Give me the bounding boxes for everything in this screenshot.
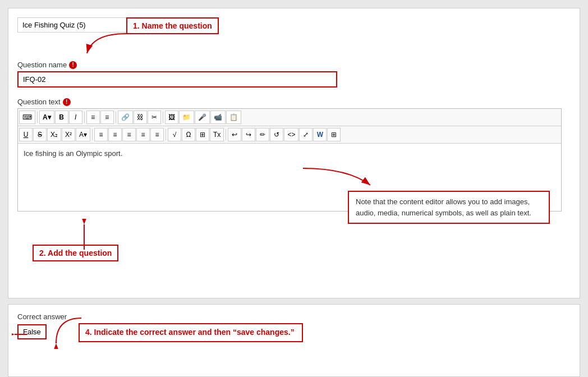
- toolbar-btn-italic[interactable]: I: [69, 111, 82, 124]
- toolbar-btn-align-right[interactable]: ≡: [122, 128, 136, 141]
- toolbar-btn-clipboard[interactable]: 📋: [226, 111, 241, 124]
- step4-annotation: 4. Indicate the correct answer and then …: [79, 323, 303, 342]
- toolbar-btn-underline[interactable]: U: [19, 128, 33, 141]
- toolbar-btn-video[interactable]: 📹: [210, 111, 226, 124]
- toolbar-btn-sqrt[interactable]: √: [168, 128, 181, 141]
- toolbar-btn-unordered-list[interactable]: ≡: [86, 111, 100, 124]
- toolbar-btn-expand[interactable]: ⤢: [299, 128, 313, 141]
- toolbar-btn-table[interactable]: ⊞: [196, 128, 209, 141]
- toolbar-btn-indent[interactable]: ≡: [136, 128, 150, 141]
- step2-annotation: 2. Add the question: [33, 245, 118, 261]
- toolbar-row-2: U S X₂ X² A▾ ≡ ≡ ≡ ≡ ≡ √ Ω ⊞ Tx: [18, 126, 561, 144]
- toolbar-btn-keyboard[interactable]: ⌨: [19, 111, 35, 124]
- toolbar-btn-code[interactable]: <>: [284, 128, 298, 141]
- step1-annotation: 1. Name the question: [126, 17, 219, 34]
- toolbar-btn-subscript[interactable]: X₂: [47, 128, 61, 141]
- toolbar-btn-draw[interactable]: ✏: [256, 128, 269, 141]
- toolbar-btn-font-color[interactable]: A▾: [76, 128, 90, 141]
- sep4: [163, 112, 163, 123]
- toolbar-btn-align-center[interactable]: ≡: [108, 128, 122, 141]
- toolbar-btn-redo[interactable]: ↪: [242, 128, 255, 141]
- toolbar-btn-undo[interactable]: ↩: [228, 128, 241, 141]
- required-icon-text: !: [63, 98, 71, 106]
- toolbar-row-1: ⌨ A▾ B I ≡ ≡ 🔗 ⛓ ✂ 🖼 📁 🎤 📹: [18, 109, 561, 126]
- toolbar-btn-clear-format[interactable]: Tx: [210, 128, 224, 141]
- sep5: [92, 129, 93, 140]
- sep6: [166, 129, 166, 140]
- question-name-label: Question name !: [17, 61, 571, 69]
- toolbar-btn-cut[interactable]: ✂: [148, 111, 161, 124]
- toolbar-btn-link[interactable]: 🔗: [118, 111, 133, 124]
- question-name-input[interactable]: [17, 71, 337, 88]
- toolbar-btn-font[interactable]: A▾: [39, 111, 54, 124]
- quiz-selector-row: Ice Fishing Quiz (5): [17, 17, 571, 33]
- toolbar-btn-align-left[interactable]: ≡: [94, 128, 108, 141]
- sep3: [116, 112, 116, 123]
- correct-answer-label: Correct answer: [17, 312, 571, 321]
- toolbar-btn-outdent[interactable]: ≡: [150, 128, 164, 141]
- required-icon-name: !: [69, 61, 77, 69]
- note-annotation: Note that the content editor allows you …: [348, 191, 550, 224]
- toolbar-btn-file[interactable]: 📁: [179, 111, 194, 124]
- toolbar-btn-accessibility[interactable]: ⊞: [327, 128, 341, 141]
- toolbar-btn-superscript[interactable]: X²: [62, 128, 75, 141]
- toolbar-btn-omega[interactable]: Ω: [182, 128, 195, 141]
- toolbar-btn-ordered-list[interactable]: ≡: [100, 111, 114, 124]
- toolbar-btn-bold[interactable]: B: [55, 111, 68, 124]
- toolbar-btn-image[interactable]: 🖼: [165, 111, 178, 124]
- sep2: [84, 112, 85, 123]
- toolbar-btn-unlink[interactable]: ⛓: [134, 111, 147, 124]
- sep7: [226, 129, 226, 140]
- toolbar-btn-word[interactable]: W: [313, 128, 327, 141]
- question-text-label: Question text !: [17, 98, 571, 106]
- toolbar-btn-reset[interactable]: ↺: [270, 128, 283, 141]
- toolbar-btn-audio[interactable]: 🎤: [195, 111, 210, 124]
- sep1: [37, 112, 38, 123]
- toolbar-btn-strikethrough[interactable]: S: [33, 128, 47, 141]
